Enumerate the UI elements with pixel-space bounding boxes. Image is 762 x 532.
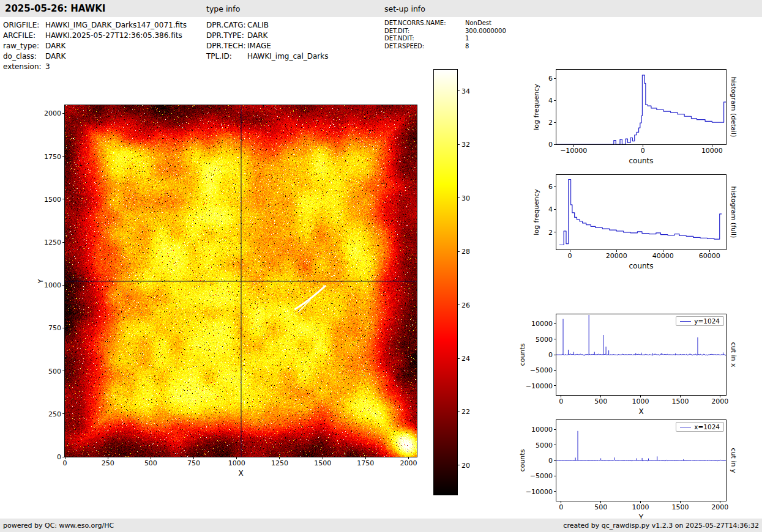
y-tick-label: 1500 (44, 195, 61, 203)
y-tick-label: −5000 (530, 366, 553, 374)
y-tick-mark (62, 328, 65, 328)
detector-image-plot: 0250500750100012501500175020000250500750… (64, 105, 417, 457)
y-tick-mark (62, 199, 65, 199)
colorbar-tick-mark (457, 251, 460, 252)
tpl-id-value: HAWKI_img_cal_Darks (247, 51, 329, 62)
dpr-type-label: DPR.TYPE: (206, 31, 247, 41)
do-class-label: do_class: (3, 51, 45, 62)
dpr-catg-label: DPR.CATG: (206, 20, 247, 31)
y-tick-mark (554, 186, 556, 187)
colorbar-tick-mark (457, 305, 460, 305)
x-axis-label: counts (629, 157, 653, 165)
x-tick-label: −10000 (560, 147, 587, 155)
y-tick-mark (554, 339, 556, 339)
x-tick-label: 2000 (711, 503, 728, 511)
det-ncorrs-label: DET.NCORRS.NAME: (384, 20, 465, 28)
type-info-block: DPR.CATG:CALIB DPR.TYPE:DARK DPR.TECH:IM… (206, 20, 329, 62)
colorbar-tick-label: 32 (461, 141, 470, 149)
dpr-type-value: DARK (247, 31, 329, 41)
colorbar-tick-label: 24 (461, 355, 470, 363)
y-tick-label: 5000 (536, 335, 553, 343)
y-axis-label: Y (37, 279, 45, 283)
y-tick-mark (554, 323, 556, 324)
y-tick-label: 10000 (531, 320, 553, 328)
y-tick-mark (554, 370, 556, 371)
y-tick-label: −5000 (530, 472, 553, 480)
x-tick-label: 250 (102, 459, 114, 467)
y-tick-label: −10000 (526, 487, 553, 495)
legend-line-sample (680, 427, 691, 427)
dpr-tech-label: DPR.TECH: (206, 41, 247, 51)
y-axis-label: log frequency (532, 189, 540, 235)
footer-bar: powered by QC: www.eso.org/HC created by… (0, 519, 762, 532)
x-axis-label: X (638, 407, 643, 416)
colorbar-tick-label: 34 (461, 87, 470, 95)
y-tick-label: 6 (548, 75, 553, 83)
right-axis-label: histogram (detail) (730, 77, 738, 138)
x-axis-label: X (238, 469, 243, 478)
y-tick-label: −10000 (526, 382, 553, 390)
y-tick-mark (62, 113, 65, 114)
y-tick-mark (554, 78, 556, 79)
det-ndit-label: DET.NDIT: (384, 35, 465, 43)
x-tick-label: 1500 (671, 397, 689, 405)
x-tick-label: 1250 (271, 459, 288, 467)
colorbar-tick-mark (457, 91, 460, 91)
plot-canvas (556, 314, 726, 395)
colorbar-tick-label: 20 (461, 461, 470, 469)
colorbar-tick-mark (457, 358, 460, 359)
plot-canvas (65, 105, 417, 457)
y-tick-mark (62, 413, 65, 414)
det-dit-label: DET.DIT: (384, 28, 465, 35)
x-tick-label: 0 (559, 397, 563, 405)
x-tick-label: 750 (187, 459, 200, 467)
y-axis-label: counts (518, 449, 526, 472)
y-tick-label: 750 (48, 324, 61, 332)
y-tick-label: 4 (548, 97, 553, 105)
x-tick-label: 1000 (632, 397, 649, 405)
histogram-full-plot: 0200004000060000246countslog frequencyhi… (556, 174, 727, 250)
y-tick-label: 250 (48, 410, 61, 418)
x-tick-label: 500 (144, 459, 157, 467)
y-tick-label: 0 (548, 141, 553, 149)
colorbar-tick-mark (457, 198, 460, 198)
y-tick-label: 1250 (44, 238, 61, 246)
footer-left-text: powered by QC: www.eso.org/HC (3, 522, 114, 530)
right-axis-label: cut in y (730, 448, 738, 473)
extension-label: extension: (3, 62, 45, 72)
tpl-id-label: TPL.ID: (206, 51, 247, 62)
x-tick-label: 1750 (357, 459, 374, 467)
y-tick-label: 0 (548, 351, 553, 359)
y-tick-mark (554, 209, 556, 210)
colorbar: 2022242628303234 (433, 69, 458, 495)
y-axis-label: counts (518, 344, 526, 366)
x-axis-label: counts (629, 262, 653, 270)
det-dit-value: 300.0000000 (465, 28, 506, 35)
right-axis-label: cut in x (730, 342, 738, 368)
colorbar-tick-mark (457, 412, 460, 412)
y-tick-label: 5000 (536, 441, 553, 449)
setup-info-heading: set-up info (384, 4, 425, 13)
header-bar: 2025-05-26: HAWKI type info set-up info (0, 0, 762, 17)
y-tick-mark (62, 457, 65, 457)
y-tick-mark (554, 232, 556, 232)
x-tick-label: 2000 (400, 459, 417, 467)
y-tick-label: 1750 (44, 152, 61, 160)
y-tick-mark (62, 371, 65, 371)
x-tick-label: 1500 (671, 503, 689, 511)
y-tick-label: 0 (57, 453, 61, 461)
y-tick-label: 1000 (44, 281, 61, 289)
colorbar-tick-label: 22 (461, 408, 470, 416)
colorbar-tick-label: 28 (461, 248, 470, 256)
x-tick-label: 20000 (606, 252, 627, 260)
y-tick-label: 6 (548, 182, 553, 190)
x-tick-label: 60000 (699, 252, 720, 260)
y-tick-mark (62, 285, 65, 286)
cut-in-y-plot: 0500100015002000−10000−50000500010000Yco… (556, 419, 727, 501)
x-tick-label: 0 (568, 252, 572, 260)
colorbar-tick-label: 30 (461, 194, 470, 202)
x-tick-label: 1000 (228, 459, 245, 467)
y-tick-mark (62, 156, 65, 157)
y-tick-mark (554, 491, 556, 492)
y-tick-mark (554, 355, 556, 355)
